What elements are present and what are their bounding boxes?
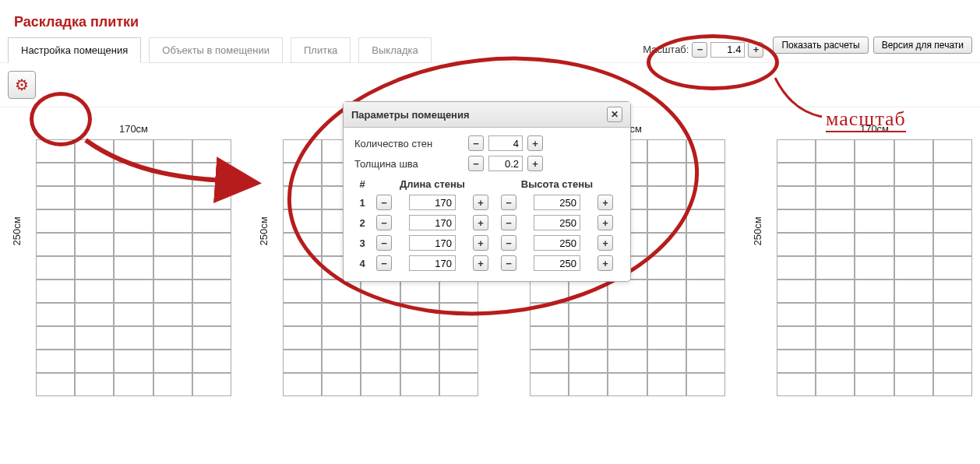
- height-plus-button[interactable]: +: [598, 215, 613, 230]
- tile-cell: [530, 373, 569, 396]
- tile-cell: [816, 373, 855, 396]
- walls-count-minus-button[interactable]: −: [468, 135, 484, 151]
- tile-cell: [647, 279, 686, 303]
- height-input[interactable]: [534, 255, 580, 271]
- tile-cell: [855, 303, 894, 326]
- height-minus-button[interactable]: −: [501, 235, 516, 251]
- height-plus-button[interactable]: +: [598, 255, 613, 271]
- tab-layout[interactable]: Выкладка: [358, 37, 431, 63]
- tab-room-objects[interactable]: Объекты в помещении: [149, 37, 283, 63]
- tile-cell: [439, 326, 478, 350]
- length-plus-button[interactable]: +: [473, 195, 488, 210]
- tile-cell: [36, 163, 75, 186]
- tile-cell: [686, 326, 725, 350]
- tile-cell: [283, 350, 322, 373]
- height-input[interactable]: [534, 215, 580, 230]
- tile-grid[interactable]: [36, 139, 231, 396]
- tile-cell: [777, 139, 816, 163]
- walls-count-input[interactable]: [488, 135, 523, 151]
- length-input[interactable]: [409, 195, 456, 210]
- tab-tile[interactable]: Плитка: [291, 37, 351, 63]
- scale-control: Масштаб: − +: [638, 37, 768, 62]
- tile-cell: [569, 279, 608, 303]
- scale-input[interactable]: [710, 42, 745, 58]
- height-plus-button[interactable]: +: [598, 235, 613, 251]
- length-input[interactable]: [409, 235, 456, 251]
- length-input[interactable]: [409, 255, 456, 271]
- seam-width-minus-button[interactable]: −: [468, 156, 484, 171]
- wall-width-label: 170см: [36, 123, 231, 135]
- show-calculations-button[interactable]: Показать расчеты: [773, 37, 868, 54]
- tile-cell: [686, 163, 725, 186]
- tile-cell: [608, 326, 647, 350]
- col-height: Высота стены: [495, 176, 619, 192]
- height-input[interactable]: [534, 235, 580, 251]
- tile-cell: [192, 139, 231, 163]
- tab-room-setup[interactable]: Настройка помещения: [8, 37, 141, 63]
- seam-width-plus-button[interactable]: +: [527, 156, 543, 171]
- length-minus-button[interactable]: −: [376, 215, 392, 230]
- tile-cell: [283, 303, 322, 326]
- tile-cell: [192, 350, 231, 373]
- height-input[interactable]: [534, 195, 580, 210]
- length-plus-button[interactable]: +: [473, 215, 488, 230]
- gear-icon: ⚙: [15, 77, 29, 93]
- length-minus-button[interactable]: −: [376, 255, 392, 271]
- tile-cell: [36, 186, 75, 209]
- tile-cell: [153, 279, 192, 303]
- tile-cell: [933, 303, 972, 326]
- height-plus-button[interactable]: +: [598, 195, 613, 210]
- tile-cell: [75, 256, 114, 279]
- seam-width-input[interactable]: [488, 156, 523, 171]
- tile-cell: [530, 279, 569, 303]
- tile-cell: [75, 186, 114, 209]
- tile-cell: [153, 373, 192, 396]
- height-minus-button[interactable]: −: [501, 255, 516, 271]
- room-parameters-dialog[interactable]: Параметры помещения ✕ Количество стен − …: [343, 101, 631, 282]
- dialog-close-button[interactable]: ✕: [607, 107, 622, 122]
- tile-cell: [153, 326, 192, 350]
- scale-minus-button[interactable]: −: [692, 42, 707, 58]
- tile-cell: [686, 186, 725, 209]
- col-index: #: [354, 176, 370, 192]
- tile-cell: [114, 373, 153, 396]
- tile-cell: [400, 373, 439, 396]
- tile-cell: [569, 373, 608, 396]
- height-minus-button[interactable]: −: [501, 215, 516, 230]
- length-plus-button[interactable]: +: [473, 255, 488, 271]
- tile-cell: [322, 279, 361, 303]
- height-minus-button[interactable]: −: [501, 195, 516, 210]
- tile-cell: [855, 279, 894, 303]
- tile-cell: [361, 350, 400, 373]
- settings-button[interactable]: ⚙: [8, 71, 36, 99]
- length-input[interactable]: [409, 215, 456, 230]
- tile-cell: [777, 163, 816, 186]
- tile-cell: [647, 186, 686, 209]
- length-minus-button[interactable]: −: [376, 235, 392, 251]
- length-plus-button[interactable]: +: [473, 235, 488, 251]
- tile-cell: [608, 350, 647, 373]
- tile-cell: [855, 233, 894, 256]
- tile-cell: [816, 303, 855, 326]
- tile-cell: [894, 139, 933, 163]
- tile-cell: [647, 163, 686, 186]
- tile-cell: [777, 303, 816, 326]
- tile-cell: [894, 279, 933, 303]
- tile-cell: [816, 279, 855, 303]
- dialog-header[interactable]: Параметры помещения ✕: [344, 102, 630, 128]
- tile-cell: [608, 279, 647, 303]
- tile-cell: [192, 303, 231, 326]
- tile-grid[interactable]: [777, 139, 972, 396]
- print-version-button[interactable]: Версия для печати: [873, 37, 972, 54]
- scale-plus-button[interactable]: +: [748, 42, 763, 58]
- length-minus-button[interactable]: −: [376, 195, 392, 210]
- tile-cell: [75, 233, 114, 256]
- tile-cell: [400, 326, 439, 350]
- scale-label: Масштаб:: [643, 44, 689, 55]
- topbar: Настройка помещения Объекты в помещении …: [0, 37, 980, 63]
- tile-cell: [855, 256, 894, 279]
- tile-cell: [114, 233, 153, 256]
- walls-count-plus-button[interactable]: +: [527, 135, 543, 151]
- tile-cell: [283, 373, 322, 396]
- tile-cell: [777, 350, 816, 373]
